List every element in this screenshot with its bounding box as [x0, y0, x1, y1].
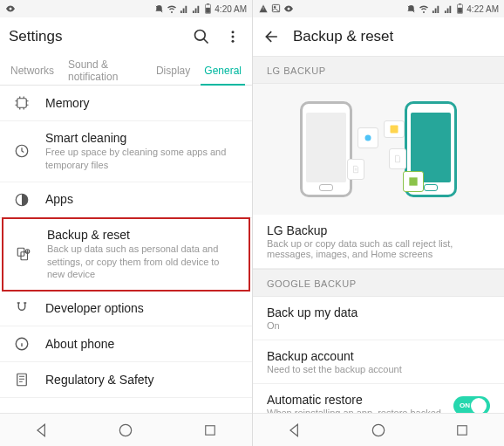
nav-back-button[interactable]	[31, 419, 53, 442]
svg-rect-26	[458, 425, 467, 435]
tab-label: General	[204, 65, 242, 77]
nav-home-button[interactable]	[367, 419, 390, 442]
svg-rect-21	[458, 8, 462, 13]
header: Backup & reset	[253, 17, 504, 56]
svg-rect-7	[17, 99, 27, 108]
svg-point-4	[232, 31, 235, 33]
info-icon	[12, 336, 31, 352]
tab-label: Sound & notification	[68, 58, 142, 83]
signal-icon	[432, 4, 441, 14]
smart-cleaning-icon	[12, 143, 31, 159]
signal-icon-2	[192, 4, 201, 14]
row-title: Memory	[45, 96, 240, 110]
row-title: Back up my data	[267, 305, 490, 319]
row-title: Developer options	[45, 301, 240, 315]
battery-icon	[456, 3, 464, 14]
svg-rect-23	[391, 126, 398, 134]
tab-networks[interactable]: Networks	[3, 56, 61, 85]
row-title: Backup account	[267, 349, 490, 363]
eye-icon	[5, 3, 16, 14]
svg-point-15	[120, 424, 132, 436]
backup-illustration	[253, 84, 504, 215]
row-apps[interactable]: Apps	[0, 182, 252, 218]
page-title: Backup & reset	[293, 28, 495, 45]
nav-bar	[0, 413, 252, 446]
toggle-knob	[471, 398, 487, 414]
svg-point-5	[232, 36, 235, 38]
memory-icon	[12, 95, 31, 111]
svg-rect-16	[206, 425, 215, 435]
svg-point-22	[365, 135, 371, 141]
tabs: Networks Sound & notification Display Ge…	[0, 56, 252, 86]
svg-point-18	[274, 6, 276, 8]
gallery-icon	[358, 127, 378, 148]
mute-icon	[406, 4, 416, 14]
row-lg-backup[interactable]: LG Backup Back up or copy data such as c…	[253, 215, 504, 269]
settings-list: Memory Smart cleaning Free up space by c…	[0, 86, 252, 413]
nav-recent-button[interactable]	[451, 419, 473, 442]
row-subtitle: Back up or copy data such as call reject…	[267, 238, 490, 259]
doc-icon-2	[389, 148, 406, 169]
toggle-label: ON	[460, 401, 470, 409]
svg-point-3	[195, 31, 206, 41]
signal-icon-2	[444, 4, 453, 14]
row-developer-options[interactable]: Developer options	[0, 291, 252, 326]
tab-general[interactable]: General	[197, 56, 249, 85]
row-regulatory[interactable]: Regulatory & Safety	[0, 362, 252, 398]
backup-reset-icon	[14, 246, 33, 262]
apps-icon	[12, 192, 31, 208]
overflow-menu-button[interactable]	[222, 26, 243, 47]
row-subtitle: Need to set the backup account	[267, 364, 490, 374]
svg-point-6	[232, 40, 235, 43]
status-time: 4:22 AM	[467, 4, 499, 14]
section-google-backup: GOOGLE BACKUP	[253, 269, 504, 297]
row-automatic-restore[interactable]: Automatic restore When reinstalling an a…	[253, 384, 504, 413]
image-icon	[271, 3, 281, 14]
tab-label: Networks	[10, 65, 54, 77]
auto-restore-toggle[interactable]: ON	[453, 396, 490, 414]
warning-icon	[258, 3, 269, 14]
page-title: Settings	[9, 28, 180, 45]
svg-point-25	[372, 424, 384, 436]
header: Settings	[0, 17, 252, 56]
row-title: Smart cleaning	[45, 131, 240, 145]
svg-rect-1	[208, 3, 209, 4]
battery-icon	[204, 3, 212, 14]
row-title: Apps	[45, 192, 240, 206]
row-title: About phone	[45, 337, 240, 351]
status-time: 4:20 AM	[215, 4, 247, 14]
section-lg-backup: LG BACKUP	[253, 56, 504, 84]
row-title: Automatic restore	[267, 393, 453, 407]
photo-icon	[384, 120, 405, 138]
svg-rect-20	[460, 3, 461, 4]
svg-rect-14	[17, 374, 27, 386]
nav-home-button[interactable]	[114, 419, 137, 442]
search-button[interactable]	[191, 26, 212, 47]
tab-display[interactable]: Display	[149, 56, 197, 85]
nav-bar	[253, 413, 504, 446]
nav-back-button[interactable]	[283, 419, 306, 442]
svg-rect-2	[206, 8, 210, 13]
wifi-icon	[167, 3, 177, 14]
developer-icon	[12, 300, 31, 316]
row-backup-account[interactable]: Backup account Need to set the backup ac…	[253, 340, 504, 384]
row-backup-my-data[interactable]: Back up my data On	[253, 297, 504, 340]
tab-sound[interactable]: Sound & notification	[61, 56, 149, 85]
tab-label: Display	[156, 65, 190, 77]
status-bar: 4:22 AM	[253, 0, 504, 17]
nav-recent-button[interactable]	[199, 419, 221, 442]
mute-icon	[154, 4, 164, 14]
screen-settings: 4:20 AM Settings Networks Sound & notifi…	[0, 0, 252, 446]
row-backup-reset[interactable]: Backup & reset Back up data such as pers…	[2, 217, 250, 292]
row-title: Regulatory & Safety	[45, 373, 240, 387]
row-about-phone[interactable]: About phone	[0, 326, 252, 362]
backup-list: LG BACKUP	[253, 56, 504, 413]
row-memory[interactable]: Memory	[0, 86, 252, 121]
row-subtitle: Back up data such as personal data and s…	[47, 243, 238, 282]
screen-backup-reset: 4:22 AM Backup & reset LG BACKUP	[252, 0, 504, 446]
eye-icon	[283, 3, 294, 14]
back-button[interactable]	[262, 26, 283, 47]
row-subtitle: On	[267, 320, 490, 331]
row-title: LG Backup	[267, 223, 490, 237]
row-smart-cleaning[interactable]: Smart cleaning Free up space by cleaning…	[0, 121, 252, 182]
